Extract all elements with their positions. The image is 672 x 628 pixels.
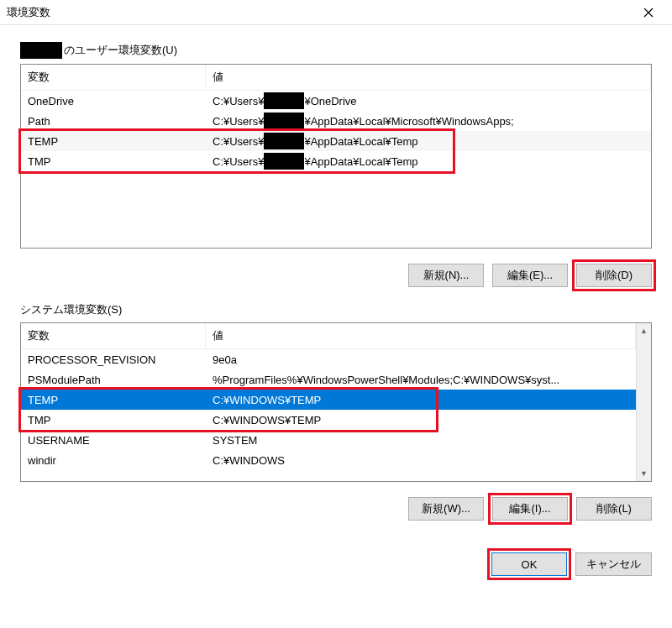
env-var-name: TMP (21, 154, 206, 170)
user-new-button[interactable]: 新規(N)... (408, 264, 484, 287)
table-row[interactable]: OneDriveC:¥Users¥¥OneDrive (21, 91, 651, 111)
sys-env-list[interactable]: 変数 値 PROCESSOR_REVISION9e0aPSModulePath%… (20, 322, 652, 482)
env-var-name: USERNAME (21, 432, 206, 448)
sys-edit-button[interactable]: 編集(I)... (492, 497, 568, 521)
user-delete-button[interactable]: 削除(D) (576, 264, 652, 287)
env-var-value: C:¥Users¥¥AppData¥Local¥Temp (206, 151, 651, 171)
env-var-value: C:¥WINDOWS¥TEMP (206, 392, 636, 408)
ok-button[interactable]: OK (491, 552, 567, 576)
env-var-name: PROCESSOR_REVISION (21, 352, 206, 368)
sys-env-header: 変数 値 (21, 323, 636, 349)
env-var-value: %ProgramFiles%¥WindowsPowerShell¥Modules… (206, 372, 636, 388)
user-env-buttons: 新規(N)... 編集(E)... 削除(D) (20, 255, 652, 302)
env-var-value: C:¥Users¥¥AppData¥Local¥Temp (206, 131, 651, 151)
env-var-name: windir (21, 453, 206, 468)
sys-scrollbar[interactable]: ▲ ▼ (636, 323, 651, 481)
user-header-var[interactable]: 変数 (21, 65, 206, 90)
sys-delete-button[interactable]: 削除(L) (576, 497, 652, 521)
user-env-header: 変数 値 (21, 65, 651, 91)
sys-env-label: システム環境変数(S) (20, 302, 652, 317)
env-var-value: 9e0a (206, 352, 636, 368)
env-var-name: PSModulePath (21, 372, 206, 388)
table-row[interactable]: TEMPC:¥WINDOWS¥TEMP (21, 390, 636, 410)
redacted-segment (264, 133, 304, 149)
env-var-value: C:¥Users¥¥AppData¥Local¥Microsoft¥Window… (206, 111, 651, 131)
user-env-label-text: のユーザー環境変数(U) (64, 43, 177, 58)
env-var-name: TEMP (21, 133, 206, 149)
redacted-segment (264, 153, 304, 170)
env-var-value: C:¥WINDOWS¥TEMP (206, 412, 636, 428)
redacted-segment (264, 113, 304, 129)
redacted-user-name (20, 42, 62, 59)
table-row[interactable]: USERNAMESYSTEM (21, 430, 636, 450)
table-row[interactable]: TEMPC:¥Users¥¥AppData¥Local¥Temp (21, 131, 651, 151)
env-var-name: OneDrive (21, 93, 206, 109)
table-row[interactable]: TMPC:¥Users¥¥AppData¥Local¥Temp (21, 151, 651, 171)
table-row[interactable]: PathC:¥Users¥¥AppData¥Local¥Microsoft¥Wi… (21, 111, 651, 131)
user-header-val[interactable]: 値 (206, 65, 651, 90)
env-var-value: C:¥Users¥¥OneDrive (206, 91, 651, 111)
sys-env-buttons: 新規(W)... 編集(I)... 削除(L) (20, 489, 652, 536)
sys-new-button[interactable]: 新規(W)... (408, 497, 484, 521)
table-row[interactable]: TMPC:¥WINDOWS¥TEMP (21, 410, 636, 430)
env-var-name: TMP (21, 412, 206, 428)
user-edit-button[interactable]: 編集(E)... (492, 264, 568, 287)
cancel-button[interactable]: キャンセル (575, 552, 652, 576)
close-icon (643, 8, 654, 18)
close-button[interactable] (632, 1, 665, 24)
env-var-value: C:¥WINDOWS (206, 453, 636, 468)
window-title: 環境変数 (7, 5, 632, 20)
table-row[interactable]: windirC:¥WINDOWS (21, 450, 636, 470)
env-var-name: TEMP (21, 392, 206, 408)
env-var-value: SYSTEM (206, 432, 636, 448)
env-var-name: Path (21, 113, 206, 129)
redacted-segment (264, 92, 304, 109)
titlebar: 環境変数 (0, 0, 672, 25)
dialog-buttons: OK キャンセル (0, 544, 672, 588)
user-env-list[interactable]: 変数 値 OneDriveC:¥Users¥¥OneDrivePathC:¥Us… (20, 64, 652, 249)
scroll-down-icon[interactable]: ▼ (637, 466, 651, 481)
table-row[interactable]: PROCESSOR_REVISION9e0a (21, 349, 636, 369)
scroll-up-icon[interactable]: ▲ (637, 323, 651, 338)
table-row[interactable]: PSModulePath%ProgramFiles%¥WindowsPowerS… (21, 369, 636, 390)
sys-header-val[interactable]: 値 (206, 323, 636, 348)
sys-header-var[interactable]: 変数 (21, 323, 206, 348)
user-env-label: のユーザー環境変数(U) (20, 42, 652, 59)
